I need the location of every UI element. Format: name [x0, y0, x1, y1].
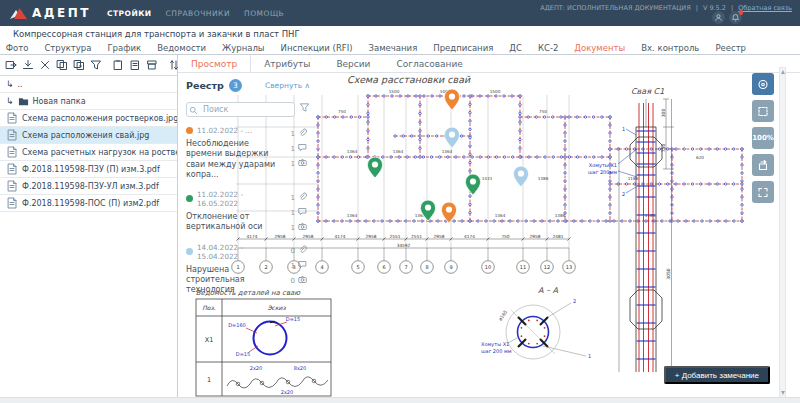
col-eskiz: Эскиз	[267, 304, 286, 311]
duplicate-icon[interactable]	[73, 59, 85, 71]
registry-item[interactable]: 11.02.2022 - 16.05.2022Отклонение от вер…	[186, 190, 310, 234]
label-d15a: D=15	[286, 316, 300, 322]
item-comments[interactable]: 1	[286, 143, 310, 155]
export-icon[interactable]	[5, 59, 17, 71]
logo[interactable]: АДЕПТ	[10, 6, 91, 20]
svg-text:2551: 2551	[390, 234, 401, 239]
tree-up-row[interactable]: ↳ ..	[0, 76, 177, 93]
svg-text:13: 13	[566, 264, 572, 270]
tab-Фото[interactable]: Фото	[6, 43, 29, 53]
svg-text:34592: 34592	[397, 243, 411, 248]
tab-Предписания[interactable]: Предписания	[433, 43, 493, 53]
locate-icon	[757, 78, 769, 90]
label-d15b: D=15	[236, 351, 250, 357]
item-photos[interactable]: 1	[286, 222, 310, 234]
tab-soglasovanie[interactable]: Согласование	[383, 55, 475, 72]
menu-item-stroyki[interactable]: СТРОЙКИ	[107, 9, 152, 18]
select-area-button[interactable]	[752, 100, 774, 122]
delete-icon[interactable]	[39, 59, 51, 71]
row1-poz: Х1	[205, 336, 214, 344]
rotate-button[interactable]	[752, 154, 774, 176]
collapse-link[interactable]: Свернуть ∧	[265, 81, 310, 90]
registry-item[interactable]: 14.04.2022 - 15.04.2022Нарушена строител…	[186, 243, 310, 296]
tab-Журналы[interactable]: Журналы	[222, 43, 265, 53]
tab-Реестр[interactable]: Реестр	[715, 43, 746, 53]
file-row[interactable]: Схема расположения свай.jpg	[0, 127, 177, 144]
tab-Ведомости[interactable]: Ведомости	[157, 43, 206, 53]
svg-text:1431: 1431	[482, 176, 493, 181]
doc-icon	[6, 163, 18, 175]
zoom-level-button[interactable]: 100%	[752, 127, 774, 149]
horizontal-scrollbar[interactable]	[0, 397, 800, 403]
main-menu: СТРОЙКИ СПРАВОЧНИКИ ПОМОЩЬ	[107, 9, 284, 18]
item-photos[interactable]: 1	[286, 158, 310, 170]
section-title: А – А	[538, 286, 559, 295]
tab-versii[interactable]: Версии	[323, 55, 383, 72]
svg-text:1364: 1364	[442, 149, 453, 154]
fullscreen-button[interactable]	[752, 181, 774, 203]
item-attachments[interactable]: 1	[286, 192, 310, 204]
tab-ДС[interactable]: ДС	[509, 43, 522, 53]
svg-text:1386: 1386	[555, 213, 566, 218]
filter-icon[interactable]	[299, 98, 310, 117]
locate-button[interactable]	[752, 73, 774, 95]
fullscreen-icon	[757, 186, 769, 198]
tab-КС-2[interactable]: КС-2	[538, 43, 558, 53]
tab-prosmotr[interactable]: Просмотр	[178, 55, 251, 72]
item-attachments[interactable]: 0	[286, 245, 310, 257]
file-row[interactable]: Схема расположения ростверков.jpg	[0, 110, 177, 127]
map-pin[interactable]	[445, 127, 460, 148]
search-icon	[189, 100, 198, 109]
clipboard-icon[interactable]	[129, 59, 141, 71]
filter-icon[interactable]	[90, 59, 102, 71]
map-pin[interactable]	[514, 166, 529, 187]
tab-Замечания[interactable]: Замечания	[369, 43, 418, 53]
menu-item-spravochniki[interactable]: СПРАВОЧНИКИ	[166, 9, 230, 18]
menu-item-pomosch[interactable]: ПОМОЩЬ	[244, 9, 284, 18]
file-row[interactable]: Ф.2018.119598-ПЗУ (П) изм.3.pdf	[0, 161, 177, 178]
feedback-link[interactable]: Обратная связь	[738, 4, 792, 12]
map-pin[interactable]	[368, 157, 383, 178]
label-m3: 2x20	[281, 389, 294, 395]
scroll-up-icon[interactable]	[781, 70, 785, 74]
file-tree: ↳ .. ↳ Новая папка Схема расположения ро…	[0, 76, 177, 402]
download-icon[interactable]	[22, 59, 34, 71]
archive-icon[interactable]	[146, 59, 158, 71]
notifications-button[interactable]	[729, 11, 742, 24]
file-row[interactable]: Схема расчетных нагрузок на ростверк.jpg	[0, 144, 177, 161]
attachments-count: 0	[291, 247, 295, 255]
tab-График[interactable]: График	[107, 43, 141, 53]
search-input[interactable]	[186, 102, 295, 117]
map-pin[interactable]	[445, 89, 460, 110]
item-comments[interactable]: 1	[286, 207, 310, 219]
copy-icon[interactable]	[56, 59, 68, 71]
paste-icon[interactable]	[112, 59, 124, 71]
tab-atributy[interactable]: Атрибуты	[251, 55, 323, 72]
scroll-down-icon[interactable]	[781, 391, 785, 395]
item-comments[interactable]: 1	[286, 260, 310, 272]
file-row[interactable]: Ф.2018.119598-ПОС (П) изм2.pdf	[0, 195, 177, 212]
breadcrumb[interactable]: Компрессорная станция для транспорта и з…	[0, 26, 800, 41]
registry-item[interactable]: 11.02.2022 - ...Несоблюдение времени выд…	[186, 126, 310, 181]
photos-count: 0	[291, 277, 295, 285]
vertical-scrollbar[interactable]	[779, 67, 786, 398]
tab-Документы[interactable]: Документы	[574, 43, 625, 53]
add-remark-button[interactable]: + Добавить замечание	[664, 366, 770, 384]
user-profile-button[interactable]	[712, 11, 725, 24]
item-photos[interactable]: 0	[286, 275, 310, 287]
svg-text:1364: 1364	[393, 149, 404, 154]
viewer-body: Схема расстановки свай 75015005001500750…	[178, 73, 800, 402]
section-ties-label-2: шаг 200 мм	[481, 348, 512, 354]
svg-text:1500: 1500	[490, 89, 501, 94]
file-row[interactable]: Ф.2018.119598-ПЗУ-УЛ изм.3.pdf	[0, 178, 177, 195]
attachments-count: 1	[291, 130, 295, 138]
tree-folder-row[interactable]: ↳ Новая папка	[0, 93, 177, 110]
map-pin[interactable]	[466, 174, 481, 195]
drawing-title: Схема расстановки свай	[347, 74, 471, 85]
pile-dim-750: 750	[661, 144, 666, 153]
folder-name: Новая папка	[33, 97, 86, 106]
tab-Структура[interactable]: Структура	[44, 43, 91, 53]
tab-Вх. контроль[interactable]: Вх. контроль	[641, 43, 699, 53]
item-attachments[interactable]: 1	[286, 128, 310, 140]
tab-Инспекции (RFI)[interactable]: Инспекции (RFI)	[281, 43, 353, 53]
